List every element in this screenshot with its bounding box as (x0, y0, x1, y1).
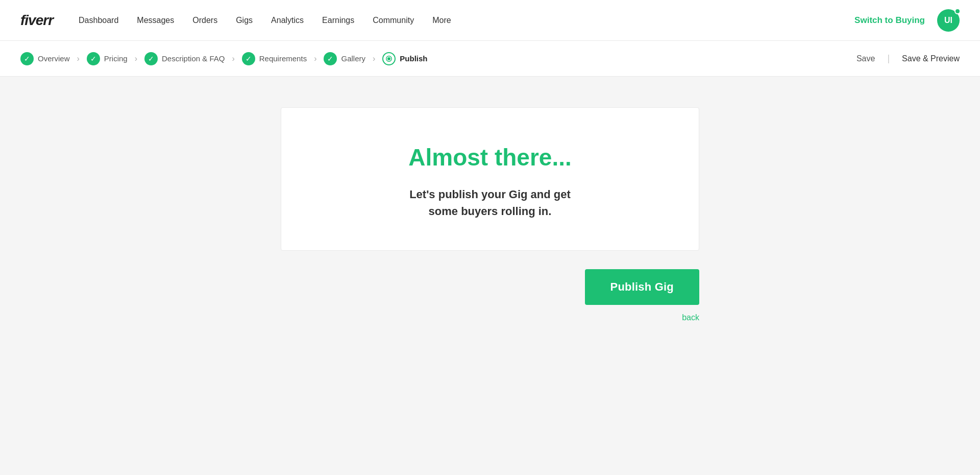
step-gallery[interactable]: ✓ Gallery (324, 52, 365, 65)
fiverr-logo[interactable]: fiverr (20, 12, 53, 29)
stepper-divider: | (887, 53, 890, 64)
step-arrow-1: › (77, 54, 80, 63)
nav-earnings[interactable]: Earnings (322, 16, 354, 25)
step-overview-label: Overview (38, 54, 70, 63)
nav-links: Dashboard Messages Orders Gigs Analytics… (79, 16, 451, 25)
card-title: Almost there... (312, 144, 668, 172)
step-overview[interactable]: ✓ Overview (20, 52, 70, 65)
nav-community[interactable]: Community (373, 16, 414, 25)
step-publish[interactable]: Publish (382, 52, 427, 65)
nav-orders[interactable]: Orders (192, 16, 217, 25)
step-pricing-icon: ✓ (87, 52, 100, 65)
step-publish-icon (382, 52, 396, 65)
step-arrow-3: › (232, 54, 234, 63)
step-pricing-label: Pricing (104, 54, 128, 63)
step-overview-icon: ✓ (20, 52, 34, 65)
step-requirements[interactable]: ✓ Requirements (242, 52, 307, 65)
save-preview-link[interactable]: Save & Preview (902, 54, 960, 63)
step-description-label: Description & FAQ (162, 54, 225, 63)
stepper-actions: Save | Save & Preview (856, 53, 960, 64)
step-arrow-4: › (314, 54, 316, 63)
stepper-bar: ✓ Overview › ✓ Pricing › ✓ Description &… (0, 41, 980, 77)
nav-messages[interactable]: Messages (137, 16, 174, 25)
stepper: ✓ Overview › ✓ Pricing › ✓ Description &… (20, 52, 856, 65)
step-arrow-2: › (135, 54, 137, 63)
switch-to-buying-link[interactable]: Switch to Buying (854, 15, 925, 26)
nav-gigs[interactable]: Gigs (236, 16, 253, 25)
nav-analytics[interactable]: Analytics (271, 16, 304, 25)
back-link[interactable]: back (682, 313, 699, 322)
step-gallery-icon: ✓ (324, 52, 337, 65)
main-content: Almost there... Let's publish your Gig a… (0, 77, 980, 343)
step-pricing[interactable]: ✓ Pricing (87, 52, 128, 65)
navbar: fiverr Dashboard Messages Orders Gigs An… (0, 0, 980, 41)
step-publish-label: Publish (400, 54, 427, 63)
avatar[interactable]: UI (937, 9, 960, 32)
avatar-initials: UI (944, 16, 952, 25)
publish-card: Almost there... Let's publish your Gig a… (281, 107, 699, 251)
step-description[interactable]: ✓ Description & FAQ (144, 52, 225, 65)
publish-section: Publish Gig back (281, 269, 699, 322)
step-description-icon: ✓ (144, 52, 158, 65)
card-subtitle: Let's publish your Gig and getsome buyer… (312, 186, 668, 220)
step-gallery-label: Gallery (341, 54, 365, 63)
nav-dashboard[interactable]: Dashboard (79, 16, 118, 25)
step-requirements-label: Requirements (259, 54, 307, 63)
step-arrow-5: › (373, 54, 375, 63)
step-requirements-icon: ✓ (242, 52, 255, 65)
avatar-online-badge (954, 8, 961, 14)
save-link[interactable]: Save (856, 54, 875, 63)
svg-point-0 (388, 57, 390, 60)
nav-right: Switch to Buying UI (854, 9, 960, 32)
nav-more[interactable]: More (432, 16, 451, 25)
publish-gig-button[interactable]: Publish Gig (585, 269, 699, 305)
